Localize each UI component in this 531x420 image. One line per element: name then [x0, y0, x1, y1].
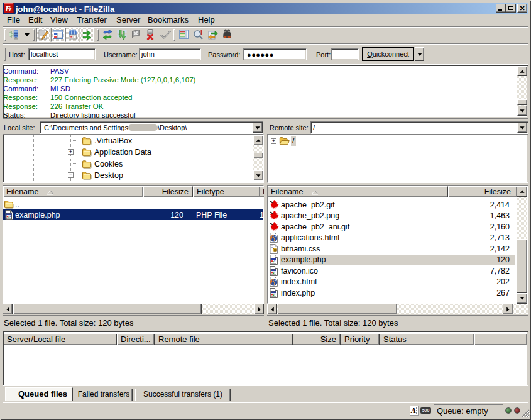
- svg-text:A: A: [410, 406, 416, 415]
- svg-text:z: z: [8, 5, 12, 13]
